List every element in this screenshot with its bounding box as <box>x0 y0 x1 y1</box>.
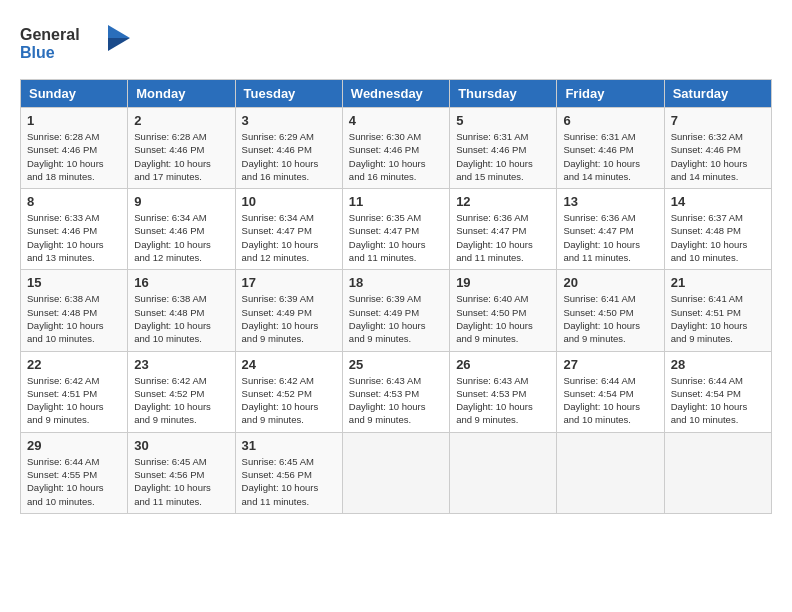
day-number: 29 <box>27 438 121 453</box>
day-number: 7 <box>671 113 765 128</box>
cell-info: Sunrise: 6:31 AMSunset: 4:46 PMDaylight:… <box>456 131 533 182</box>
cell-info: Sunrise: 6:31 AMSunset: 4:46 PMDaylight:… <box>563 131 640 182</box>
cell-info: Sunrise: 6:41 AMSunset: 4:50 PMDaylight:… <box>563 293 640 344</box>
calendar-cell: 8 Sunrise: 6:33 AMSunset: 4:46 PMDayligh… <box>21 189 128 270</box>
calendar-cell: 28 Sunrise: 6:44 AMSunset: 4:54 PMDaylig… <box>664 351 771 432</box>
cell-info: Sunrise: 6:28 AMSunset: 4:46 PMDaylight:… <box>134 131 211 182</box>
cell-info: Sunrise: 6:42 AMSunset: 4:52 PMDaylight:… <box>242 375 319 426</box>
day-number: 14 <box>671 194 765 209</box>
calendar-cell: 5 Sunrise: 6:31 AMSunset: 4:46 PMDayligh… <box>450 108 557 189</box>
header-day-tuesday: Tuesday <box>235 80 342 108</box>
cell-info: Sunrise: 6:44 AMSunset: 4:55 PMDaylight:… <box>27 456 104 507</box>
cell-info: Sunrise: 6:36 AMSunset: 4:47 PMDaylight:… <box>563 212 640 263</box>
cell-info: Sunrise: 6:45 AMSunset: 4:56 PMDaylight:… <box>242 456 319 507</box>
calendar-week-row: 22 Sunrise: 6:42 AMSunset: 4:51 PMDaylig… <box>21 351 772 432</box>
calendar-cell: 13 Sunrise: 6:36 AMSunset: 4:47 PMDaylig… <box>557 189 664 270</box>
calendar-header-row: SundayMondayTuesdayWednesdayThursdayFrid… <box>21 80 772 108</box>
calendar-cell: 1 Sunrise: 6:28 AMSunset: 4:46 PMDayligh… <box>21 108 128 189</box>
calendar-cell: 29 Sunrise: 6:44 AMSunset: 4:55 PMDaylig… <box>21 432 128 513</box>
cell-info: Sunrise: 6:33 AMSunset: 4:46 PMDaylight:… <box>27 212 104 263</box>
day-number: 5 <box>456 113 550 128</box>
header-day-wednesday: Wednesday <box>342 80 449 108</box>
cell-info: Sunrise: 6:42 AMSunset: 4:51 PMDaylight:… <box>27 375 104 426</box>
cell-info: Sunrise: 6:36 AMSunset: 4:47 PMDaylight:… <box>456 212 533 263</box>
day-number: 6 <box>563 113 657 128</box>
calendar-cell: 26 Sunrise: 6:43 AMSunset: 4:53 PMDaylig… <box>450 351 557 432</box>
day-number: 13 <box>563 194 657 209</box>
logo-text: General Blue <box>20 20 130 69</box>
day-number: 21 <box>671 275 765 290</box>
day-number: 18 <box>349 275 443 290</box>
day-number: 15 <box>27 275 121 290</box>
cell-info: Sunrise: 6:42 AMSunset: 4:52 PMDaylight:… <box>134 375 211 426</box>
calendar-cell: 2 Sunrise: 6:28 AMSunset: 4:46 PMDayligh… <box>128 108 235 189</box>
day-number: 20 <box>563 275 657 290</box>
calendar-cell: 22 Sunrise: 6:42 AMSunset: 4:51 PMDaylig… <box>21 351 128 432</box>
calendar-week-row: 1 Sunrise: 6:28 AMSunset: 4:46 PMDayligh… <box>21 108 772 189</box>
day-number: 9 <box>134 194 228 209</box>
header-day-sunday: Sunday <box>21 80 128 108</box>
cell-info: Sunrise: 6:40 AMSunset: 4:50 PMDaylight:… <box>456 293 533 344</box>
svg-text:General: General <box>20 26 80 43</box>
calendar-cell: 19 Sunrise: 6:40 AMSunset: 4:50 PMDaylig… <box>450 270 557 351</box>
calendar-cell: 6 Sunrise: 6:31 AMSunset: 4:46 PMDayligh… <box>557 108 664 189</box>
calendar-cell: 10 Sunrise: 6:34 AMSunset: 4:47 PMDaylig… <box>235 189 342 270</box>
calendar-table: SundayMondayTuesdayWednesdayThursdayFrid… <box>20 79 772 514</box>
cell-info: Sunrise: 6:34 AMSunset: 4:47 PMDaylight:… <box>242 212 319 263</box>
day-number: 11 <box>349 194 443 209</box>
day-number: 26 <box>456 357 550 372</box>
day-number: 25 <box>349 357 443 372</box>
cell-info: Sunrise: 6:45 AMSunset: 4:56 PMDaylight:… <box>134 456 211 507</box>
calendar-cell: 11 Sunrise: 6:35 AMSunset: 4:47 PMDaylig… <box>342 189 449 270</box>
day-number: 24 <box>242 357 336 372</box>
day-number: 31 <box>242 438 336 453</box>
day-number: 16 <box>134 275 228 290</box>
calendar-cell <box>450 432 557 513</box>
header-day-thursday: Thursday <box>450 80 557 108</box>
calendar-cell: 18 Sunrise: 6:39 AMSunset: 4:49 PMDaylig… <box>342 270 449 351</box>
day-number: 1 <box>27 113 121 128</box>
cell-info: Sunrise: 6:43 AMSunset: 4:53 PMDaylight:… <box>456 375 533 426</box>
cell-info: Sunrise: 6:38 AMSunset: 4:48 PMDaylight:… <box>27 293 104 344</box>
cell-info: Sunrise: 6:37 AMSunset: 4:48 PMDaylight:… <box>671 212 748 263</box>
cell-info: Sunrise: 6:34 AMSunset: 4:46 PMDaylight:… <box>134 212 211 263</box>
svg-text:Blue: Blue <box>20 44 55 61</box>
cell-info: Sunrise: 6:32 AMSunset: 4:46 PMDaylight:… <box>671 131 748 182</box>
day-number: 30 <box>134 438 228 453</box>
calendar-week-row: 29 Sunrise: 6:44 AMSunset: 4:55 PMDaylig… <box>21 432 772 513</box>
calendar-cell: 24 Sunrise: 6:42 AMSunset: 4:52 PMDaylig… <box>235 351 342 432</box>
cell-info: Sunrise: 6:44 AMSunset: 4:54 PMDaylight:… <box>671 375 748 426</box>
header-day-monday: Monday <box>128 80 235 108</box>
calendar-cell: 25 Sunrise: 6:43 AMSunset: 4:53 PMDaylig… <box>342 351 449 432</box>
day-number: 27 <box>563 357 657 372</box>
calendar-cell: 12 Sunrise: 6:36 AMSunset: 4:47 PMDaylig… <box>450 189 557 270</box>
calendar-cell: 21 Sunrise: 6:41 AMSunset: 4:51 PMDaylig… <box>664 270 771 351</box>
calendar-cell: 4 Sunrise: 6:30 AMSunset: 4:46 PMDayligh… <box>342 108 449 189</box>
calendar-cell: 15 Sunrise: 6:38 AMSunset: 4:48 PMDaylig… <box>21 270 128 351</box>
calendar-cell: 23 Sunrise: 6:42 AMSunset: 4:52 PMDaylig… <box>128 351 235 432</box>
svg-marker-2 <box>108 25 130 38</box>
cell-info: Sunrise: 6:28 AMSunset: 4:46 PMDaylight:… <box>27 131 104 182</box>
cell-info: Sunrise: 6:35 AMSunset: 4:47 PMDaylight:… <box>349 212 426 263</box>
calendar-cell: 27 Sunrise: 6:44 AMSunset: 4:54 PMDaylig… <box>557 351 664 432</box>
day-number: 12 <box>456 194 550 209</box>
calendar-cell: 16 Sunrise: 6:38 AMSunset: 4:48 PMDaylig… <box>128 270 235 351</box>
day-number: 10 <box>242 194 336 209</box>
day-number: 28 <box>671 357 765 372</box>
cell-info: Sunrise: 6:29 AMSunset: 4:46 PMDaylight:… <box>242 131 319 182</box>
day-number: 22 <box>27 357 121 372</box>
calendar-cell <box>557 432 664 513</box>
calendar-cell <box>664 432 771 513</box>
day-number: 17 <box>242 275 336 290</box>
calendar-cell: 30 Sunrise: 6:45 AMSunset: 4:56 PMDaylig… <box>128 432 235 513</box>
day-number: 19 <box>456 275 550 290</box>
day-number: 4 <box>349 113 443 128</box>
calendar-cell: 20 Sunrise: 6:41 AMSunset: 4:50 PMDaylig… <box>557 270 664 351</box>
header-day-friday: Friday <box>557 80 664 108</box>
calendar-cell: 14 Sunrise: 6:37 AMSunset: 4:48 PMDaylig… <box>664 189 771 270</box>
calendar-cell: 3 Sunrise: 6:29 AMSunset: 4:46 PMDayligh… <box>235 108 342 189</box>
logo: General Blue <box>20 20 130 69</box>
calendar-week-row: 15 Sunrise: 6:38 AMSunset: 4:48 PMDaylig… <box>21 270 772 351</box>
cell-info: Sunrise: 6:39 AMSunset: 4:49 PMDaylight:… <box>349 293 426 344</box>
calendar-cell: 7 Sunrise: 6:32 AMSunset: 4:46 PMDayligh… <box>664 108 771 189</box>
